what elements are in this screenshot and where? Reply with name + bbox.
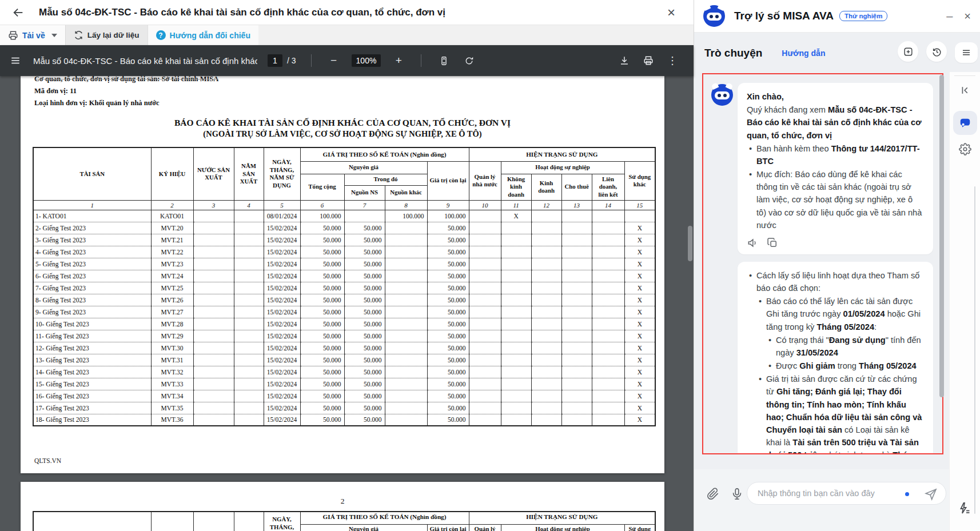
chat-bubble-icon[interactable] <box>953 111 977 135</box>
more-options-icon[interactable]: ⋮ <box>665 53 680 68</box>
table-cell: X <box>624 402 655 414</box>
table-cell: X <box>624 270 655 282</box>
table-cell <box>234 318 264 330</box>
table-row: 8- Giếng Test 2023MVT.2615/02/202450.000… <box>33 294 655 306</box>
table-cell <box>531 414 561 426</box>
collapse-panel-icon[interactable] <box>959 85 971 96</box>
chat-message: Cách lấy số liệu linh hoạt dựa theo Tham… <box>711 262 935 453</box>
table-cell: 6- Giếng Test 2023 <box>33 270 151 282</box>
back-arrow-icon[interactable] <box>10 5 26 21</box>
table-row: 15- Giếng Test 2023MVT.3315/02/202450.00… <box>33 378 655 390</box>
zoom-out-button[interactable]: − <box>326 53 341 68</box>
download-label: Tải về <box>22 31 45 40</box>
refresh-icon <box>74 30 83 40</box>
table-cell: 15/02/2024 <box>264 294 300 306</box>
table-cell <box>234 306 264 318</box>
table-cell <box>561 282 592 294</box>
menu-icon[interactable] <box>8 53 23 68</box>
zoom-level[interactable]: 100% <box>352 54 381 67</box>
table-cell <box>531 342 561 354</box>
table-cell <box>531 282 561 294</box>
table-cell: 50.000 <box>300 330 344 342</box>
column-number: 10 <box>469 200 501 210</box>
table-cell: 50.000 <box>427 354 469 366</box>
table-cell: 15/02/2024 <box>264 318 300 330</box>
pdf-toolbar: Mẫu số 04c-ĐK-TSC - Báo cáo kê khai tài … <box>0 45 694 76</box>
table-cell <box>592 342 624 354</box>
tab-chat[interactable]: Trò chuyện <box>704 47 762 59</box>
quick-actions-icon[interactable] <box>957 501 971 515</box>
table-cell: MVT.21 <box>151 234 193 246</box>
chat-message: Xin chào,Quý khách đang xem Mẫu số 04c-Đ… <box>711 83 935 254</box>
table-cell <box>501 270 531 282</box>
table-cell: 50.000 <box>300 258 344 270</box>
fit-page-icon[interactable] <box>436 53 451 68</box>
table-cell <box>592 294 624 306</box>
table-cell <box>469 402 501 414</box>
table-cell: X <box>624 234 655 246</box>
chat-message-list[interactable]: Xin chào,Quý khách đang xem Mẫu số 04c-Đ… <box>703 74 942 453</box>
table-cell: 11- Giếng Test 2023 <box>33 330 151 342</box>
table-cell: 1- KATO01 <box>33 210 151 222</box>
speaker-icon[interactable] <box>747 237 758 249</box>
minimize-icon[interactable]: – <box>946 10 953 22</box>
table-cell: 50.000 <box>344 306 385 318</box>
table-cell <box>531 354 561 366</box>
close-icon[interactable]: × <box>663 6 680 19</box>
table-cell: 50.000 <box>300 270 344 282</box>
download-icon[interactable] <box>617 53 632 68</box>
table-cell: 50.000 <box>344 318 385 330</box>
chevron-down-icon <box>51 34 57 37</box>
panel-resize-edge[interactable] <box>974 186 975 514</box>
history-icon[interactable] <box>926 41 947 62</box>
table-cell: MVT.35 <box>151 402 193 414</box>
rotate-icon[interactable] <box>461 53 476 68</box>
table-cell: 5- Giếng Test 2023 <box>33 258 151 270</box>
assistant-guide-link[interactable]: Hướng dẫn <box>782 49 825 58</box>
chat-scrollbar[interactable] <box>939 75 944 397</box>
table-cell: 50.000 <box>427 402 469 414</box>
microphone-icon[interactable] <box>731 488 743 500</box>
table-cell <box>385 390 427 402</box>
gear-icon[interactable] <box>959 143 971 155</box>
table-cell <box>234 222 264 234</box>
document-toolbar: Tải về Lấy lại dữ liệu ? Hướng dẫn đối c… <box>0 25 694 45</box>
paperclip-icon[interactable] <box>707 488 719 500</box>
reload-data-button[interactable]: Lấy lại dữ liệu <box>66 25 148 45</box>
table-cell <box>193 354 234 366</box>
panel-menu-icon[interactable] <box>955 42 978 63</box>
table-cell: 3- Giếng Test 2023 <box>33 234 151 246</box>
copy-icon[interactable] <box>767 237 778 249</box>
message-line: Ban hành kèm theo Thông tư 144/2017/TT-B… <box>747 142 924 167</box>
table-cell: MVT.30 <box>151 342 193 354</box>
column-number: 12 <box>531 200 561 210</box>
table-cell: X <box>624 342 655 354</box>
table-cell <box>234 378 264 390</box>
panel-close-icon[interactable]: × <box>964 10 971 22</box>
table-cell: 08/01/2024 <box>264 210 300 222</box>
table-cell <box>561 270 592 282</box>
table-cell <box>592 222 624 234</box>
download-button[interactable]: Tải về <box>0 25 66 45</box>
document-viewer-region: Mẫu số 04c-ĐK-TSC - Báo cáo kê khai tài … <box>0 0 694 531</box>
table-cell: X <box>624 222 655 234</box>
send-icon[interactable] <box>924 487 938 501</box>
zoom-in-button[interactable]: + <box>391 53 406 68</box>
misa-ava-avatar <box>703 5 725 27</box>
new-chat-icon[interactable] <box>898 41 918 62</box>
table-cell <box>193 234 234 246</box>
table-cell <box>385 246 427 258</box>
app-window: Mẫu số 04c-ĐK-TSC - Báo cáo kê khai tài … <box>0 0 980 531</box>
pdf-canvas[interactable]: Cơ quan, tổ chức, đơn vị sử dụng tài sản… <box>0 76 694 531</box>
table-cell: 50.000 <box>300 366 344 378</box>
table-cell: 50.000 <box>427 366 469 378</box>
table-cell <box>531 270 561 282</box>
chat-input[interactable] <box>758 489 921 498</box>
page-number-input[interactable]: 1 <box>268 54 282 67</box>
pdf-scrollbar[interactable] <box>688 226 692 261</box>
table-row: 10- Giếng Test 2023MVT.2815/02/202450.00… <box>33 318 655 330</box>
message-line: Mục đích: Báo cáo dùng để kê khai các th… <box>747 168 924 231</box>
guide-button[interactable]: ? Hướng dẫn đối chiếu <box>148 25 258 45</box>
print-icon[interactable] <box>641 53 656 68</box>
table-cell: MVT.34 <box>151 390 193 402</box>
